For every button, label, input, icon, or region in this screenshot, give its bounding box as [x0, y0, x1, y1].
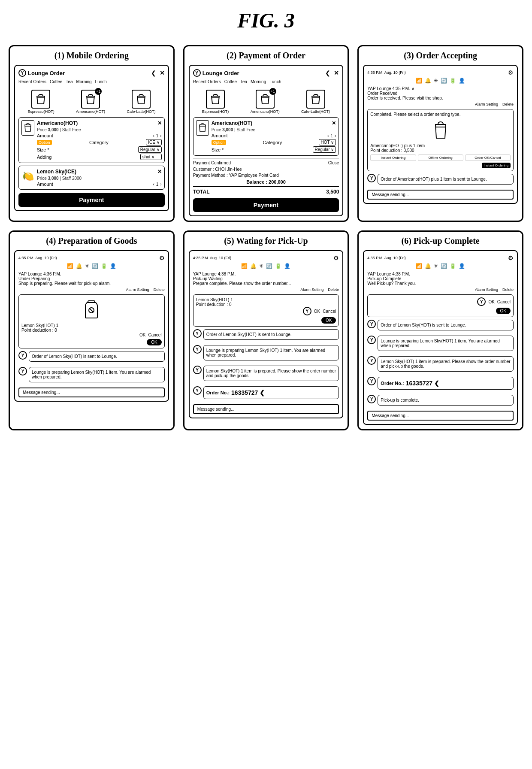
gear-icon-4[interactable]: ⚙ — [159, 254, 165, 261]
customer-label: Customer : CHOI Jin-Hee — [193, 167, 339, 172]
close-icon-2[interactable]: ✕ — [334, 70, 339, 76]
card-text-3: Completed. Please select a order sending… — [370, 112, 511, 117]
page-title: FIG. 3 — [9, 9, 523, 32]
cancel-btn-5[interactable]: Cancel — [323, 309, 336, 314]
stepper-left[interactable]: ‹ — [153, 133, 154, 138]
section6-title: (6) Pick-up Complete — [363, 236, 518, 246]
point-text-3: Point deduction : 3,500 — [370, 148, 511, 153]
nav-coffee[interactable]: Coffee — [50, 79, 62, 84]
section-mobile-ordering: (1) Mobile Ordering Y Lounge Order ❮ ✕ R… — [9, 45, 175, 222]
option-btn-1[interactable]: Option — [37, 140, 52, 145]
nav-tea[interactable]: Tea — [66, 79, 73, 84]
order-number-row-5: Y Order No.: 16335727 ❮ — [193, 386, 339, 402]
size-label: Size * — [37, 147, 49, 152]
close-icon[interactable]: ✕ — [160, 70, 165, 76]
payment-button-1[interactable]: Payment — [18, 193, 165, 207]
stepper-right[interactable]: › — [160, 133, 161, 138]
payment-button-2[interactable]: Payment — [193, 198, 339, 212]
instant-ordering-btn[interactable]: Instant Ordering — [370, 154, 416, 161]
point-text-5: Point deduction : 0 — [196, 302, 336, 307]
nav-recent-2[interactable]: Recent Orders — [193, 79, 221, 84]
ok-btn-6[interactable]: OK — [488, 300, 494, 304]
hot-select[interactable]: HOT ∨ — [319, 139, 336, 145]
espresso-item[interactable]: Espresso(HOT) — [27, 90, 54, 114]
cancel-btn-6[interactable]: Cancel — [497, 300, 511, 304]
sync-icon-6: 🔄 — [441, 263, 447, 269]
stepper-left-2[interactable]: ‹ — [153, 182, 154, 187]
ok-big-6[interactable]: OK — [496, 308, 511, 314]
wifi-icon-4: 📶 — [67, 263, 73, 269]
share-order-icon-6[interactable]: ❮ — [434, 380, 439, 387]
y-icon-4a: Y — [18, 351, 27, 360]
y-icon-6b: Y — [367, 320, 376, 328]
lemon-close-icon[interactable]: ✕ — [157, 169, 162, 175]
share-icon[interactable]: ❮ — [151, 70, 156, 76]
nav-morning-2[interactable]: Morning — [251, 79, 266, 84]
alarm-setting-6[interactable]: Alarm Setting — [475, 288, 498, 292]
delete-4[interactable]: Delete — [154, 288, 165, 292]
adding-select[interactable]: shot ∨ — [140, 154, 162, 160]
ice-select[interactable]: ICE ∨ — [146, 139, 161, 145]
ok-big-4[interactable]: OK — [147, 339, 161, 345]
item-text-3: Americano(HOT) plus 1 item — [370, 143, 511, 148]
order-status-3: Order Received — [367, 91, 514, 96]
americano-order-name-2: Americano(HOT) — [212, 120, 252, 126]
stepper-right-2[interactable]: › — [160, 182, 161, 187]
gear-icon-3[interactable]: ⚙ — [508, 69, 514, 76]
delete-3[interactable]: Delete — [502, 102, 514, 106]
msg2-text-6: Lounge is preparing Lemon Sky(HOT) 1 ite… — [381, 339, 499, 348]
y-icon-5b: Y — [193, 329, 202, 338]
phone-screen-5: 4:35 P.M. Aug. 10 (Fri) ⚙ 📶 🔔 ✳ 🔄 🔋 👤 YA… — [189, 250, 344, 418]
delete-6[interactable]: Delete — [502, 288, 514, 292]
stepper-left-pay[interactable]: ‹ — [327, 133, 329, 138]
americano-close-icon[interactable]: ✕ — [157, 120, 162, 126]
nav-recent[interactable]: Recent Orders — [18, 79, 46, 84]
espresso-label: Espresso(HOT) — [27, 109, 54, 114]
y-circle-icon-2: Y — [193, 69, 201, 77]
option-btn-2[interactable]: Option — [212, 140, 227, 145]
espresso-item-2[interactable]: Espresso(HOT) — [202, 90, 229, 114]
share-icon-2[interactable]: ❮ — [325, 70, 330, 76]
section-waiting: (5) Wating for Pick-Up 4:35 P.M. Aug. 10… — [183, 230, 349, 430]
latte-item[interactable]: Cafe-Latte(HOT) — [127, 90, 155, 114]
stepper-right-pay[interactable]: › — [335, 133, 336, 138]
share-order-icon-5[interactable]: ❮ — [260, 389, 265, 396]
message-row-6a: Y Order of Lemon Sky(HOT) is sent to Lou… — [367, 320, 514, 333]
alarm-setting-5[interactable]: Alarm Setting — [300, 288, 323, 292]
size-select[interactable]: Regular ∨ — [138, 146, 162, 153]
nav-lunch-2[interactable]: Lunch — [269, 79, 281, 84]
alarm-setting-3[interactable]: Alarm Setting — [475, 102, 498, 106]
lounge-info-6: YAP Lounge 4:38 P.M. — [367, 272, 514, 276]
message-card-5a: Lemon Sky(HOT) 1 Point deduction : 0 Y O… — [193, 294, 339, 327]
person-icon-6: 👤 — [459, 263, 465, 269]
gear-icon-5[interactable]: ⚙ — [333, 254, 339, 261]
stepper-value-pay: 1 — [330, 133, 333, 138]
order-status-5: Pick-up Waiting — [193, 276, 339, 281]
instant-ordering-selected[interactable]: Instant Ordering — [482, 163, 511, 168]
close-label[interactable]: Close — [328, 160, 339, 165]
ok-btn-4[interactable]: OK — [139, 333, 145, 337]
ok-btn-5[interactable]: OK — [314, 309, 320, 314]
offline-ordering-btn[interactable]: Offline Ordering — [418, 154, 463, 161]
nav-morning[interactable]: Morning — [76, 79, 91, 84]
nav-tea-2[interactable]: Tea — [240, 79, 247, 84]
order-ok-cancel-btn[interactable]: Order OK/Cancel — [465, 154, 511, 161]
americano-item[interactable]: +1 Americano(HOT) — [76, 90, 105, 114]
y-icon-4b: Y — [18, 367, 27, 375]
size-select-2[interactable]: Regular ∨ — [313, 146, 336, 153]
latte-item-2[interactable]: Cafe-Latte(HOT) — [301, 90, 330, 114]
alarm-setting-4[interactable]: Alarm Setting — [126, 288, 149, 292]
msg4-text-6: Pick-up is complete. — [381, 398, 419, 403]
gear-icon-6[interactable]: ⚙ — [508, 254, 514, 261]
y-icon-5a: Y — [303, 307, 311, 315]
cancel-btn-4[interactable]: Cancel — [148, 333, 162, 337]
y-icon-6a: Y — [477, 297, 486, 306]
ok-big-5[interactable]: OK — [321, 317, 336, 324]
americano-item-2[interactable]: +1 Americano(HOT) — [251, 90, 280, 114]
nav-lunch[interactable]: Lunch — [95, 79, 107, 84]
americano-close-icon-2[interactable]: ✕ — [332, 120, 336, 126]
nav-coffee-2[interactable]: Coffee — [224, 79, 237, 84]
total-value: 3,500 — [326, 189, 339, 195]
delete-5[interactable]: Delete — [328, 288, 339, 292]
latte-label: Cafe-Latte(HOT) — [127, 109, 155, 114]
